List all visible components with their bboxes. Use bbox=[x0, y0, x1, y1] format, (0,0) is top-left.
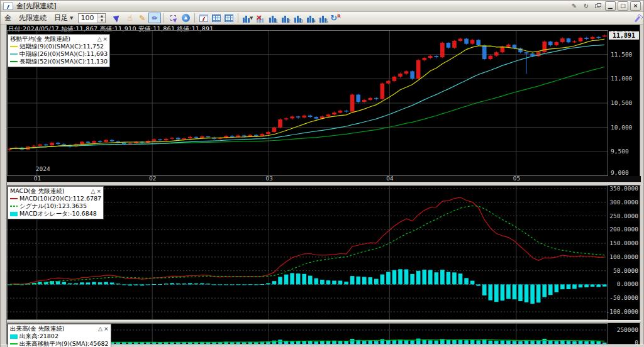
cursor-icon bbox=[113, 13, 122, 22]
svg-text:50.0000: 50.0000 bbox=[613, 267, 638, 274]
app-window: 金[先限連続] ✎ ↻ ▁ □ × 金 先限連続 日足▼ 100 ▲▼ ☝ ✎ … bbox=[0, 0, 644, 347]
svg-text:11,000: 11,000 bbox=[611, 75, 633, 82]
x-axis-label: 01 bbox=[34, 175, 41, 182]
legend-row: 出来高移動平均(9)(SMA):45682 bbox=[10, 340, 109, 347]
chart-window-button[interactable] bbox=[197, 13, 210, 23]
legend-close-icon[interactable]: × bbox=[97, 187, 102, 195]
bar-chart-icon: 2 bbox=[280, 14, 290, 23]
spin-up-icon[interactable]: ▲ bbox=[98, 14, 105, 18]
layout-4-button[interactable]: 4 bbox=[304, 13, 316, 23]
feather-icon[interactable]: ✎ bbox=[569, 2, 579, 11]
legend-row: シグナル(10):123.3635 bbox=[10, 202, 101, 210]
x-axis-label: 05 bbox=[513, 175, 520, 182]
legend-row: 長期線(52)(0)(SMA)(C):11,130 bbox=[10, 58, 108, 65]
legend-collapse-icon[interactable]: △ bbox=[98, 325, 103, 333]
svg-text:-100.0000: -100.0000 bbox=[606, 308, 639, 315]
chevron-down-icon: ▼ bbox=[250, 16, 253, 21]
remove-indicator-button[interactable]: × bbox=[253, 13, 266, 23]
legend-close-icon[interactable]: × bbox=[104, 325, 109, 333]
layout-5-button[interactable]: 5 bbox=[316, 13, 329, 23]
legend-collapse-icon[interactable]: △ bbox=[97, 35, 102, 43]
quote-table-button[interactable] bbox=[210, 13, 223, 23]
chart-window-icon bbox=[199, 14, 208, 22]
volume-legend-title: 出来高(金 先限連続) bbox=[10, 325, 64, 333]
svg-text:350.0000: 350.0000 bbox=[609, 185, 638, 192]
x-axis-label: 03 bbox=[265, 175, 272, 182]
svg-text:11,891: 11,891 bbox=[613, 32, 635, 39]
legend-row: 出来高:21802 bbox=[10, 333, 109, 340]
svg-text:9,000: 9,000 bbox=[611, 169, 629, 176]
svg-text:200.0000: 200.0000 bbox=[609, 226, 638, 233]
windows-icon[interactable] bbox=[593, 2, 603, 11]
layout-1-button[interactable]: 1 bbox=[266, 13, 279, 23]
grid-icon bbox=[225, 14, 233, 22]
legend-close-icon[interactable]: × bbox=[103, 35, 108, 43]
table-icon bbox=[212, 14, 221, 22]
maximize-button[interactable]: □ bbox=[618, 1, 628, 11]
x-axis-label: 04 bbox=[386, 175, 393, 182]
refresh-icon: ↻R bbox=[330, 13, 340, 23]
legend-row: MACD(10)(20)(C):112.6787 bbox=[10, 195, 101, 202]
rotate-icon[interactable]: ↻ bbox=[581, 2, 591, 11]
pencil-icon: ✎ bbox=[139, 14, 145, 23]
chart-type-dropdown[interactable]: ▼ bbox=[241, 13, 253, 23]
layout-3-button[interactable]: 3 bbox=[291, 13, 304, 23]
contract-label: 先限連続 bbox=[19, 13, 47, 23]
select-region-button[interactable] bbox=[167, 13, 179, 23]
chart-area[interactable]: 日付:2024/05/17 始値:11,867 高値:11,910 安値:11,… bbox=[6, 25, 640, 344]
legend-row: 中期線(26)(0)(SMA)(C):11,693 bbox=[10, 50, 108, 58]
bar-count-stepper[interactable]: 100 ▲▼ bbox=[78, 13, 106, 23]
macd-legend-title: MACD(金 先限連続) bbox=[10, 187, 64, 195]
legend-row: MACDオシレータ:-10.6848 bbox=[10, 210, 101, 218]
svg-text:2024: 2024 bbox=[36, 165, 50, 172]
x-axis-label: 02 bbox=[149, 175, 156, 182]
svg-text:10,500: 10,500 bbox=[611, 99, 633, 106]
red-x-icon: × bbox=[255, 13, 262, 22]
layout-2-button[interactable]: 2 bbox=[279, 13, 291, 23]
timeframe-dropdown[interactable]: 日足▼ bbox=[54, 13, 73, 23]
bar-chart-icon bbox=[242, 14, 250, 23]
volume-legend: 出来高(金 先限連続) △ × 出来高:21802 出来高移動平均(9)(SMA… bbox=[8, 324, 111, 347]
grid-view-button[interactable] bbox=[223, 13, 235, 23]
legend-row: 短期線(9)(0)(SMA)(C):11,752 bbox=[10, 43, 108, 50]
ma-legend-title: 移動平均(金 先限連続) bbox=[10, 35, 70, 43]
pan-tool-button[interactable]: ☝ bbox=[123, 13, 136, 23]
svg-text:150.0000: 150.0000 bbox=[609, 240, 638, 246]
zoom-circle-icon: ▲ bbox=[182, 14, 190, 22]
draw-tool-button[interactable]: ✏ bbox=[148, 13, 161, 23]
macd-legend: MACD(金 先限連続) △ × MACD(10)(20)(C):112.678… bbox=[8, 186, 104, 219]
hand-icon: ☝ bbox=[127, 13, 132, 23]
svg-text:100.0000: 100.0000 bbox=[609, 253, 638, 260]
minimize-button[interactable]: ▁ bbox=[605, 1, 616, 11]
zoom-range-button[interactable]: ▲ bbox=[179, 13, 192, 23]
svg-text:11,500: 11,500 bbox=[611, 51, 633, 58]
bar-chart-icon: 5 bbox=[318, 14, 328, 23]
refresh-button[interactable]: ↻R bbox=[329, 13, 341, 23]
app-chart-icon bbox=[3, 3, 13, 10]
symbol-label: 金 bbox=[4, 13, 11, 23]
svg-text:-50.0000: -50.0000 bbox=[609, 294, 638, 301]
bar-chart-icon: 1 bbox=[268, 14, 277, 23]
ma-legend: 移動平均(金 先限連続) △ × 短期線(9)(0)(SMA)(C):11,75… bbox=[8, 34, 110, 67]
svg-text:250.0000: 250.0000 bbox=[609, 212, 638, 219]
pencil-tool-button[interactable]: ✎ bbox=[136, 13, 148, 23]
titlebar[interactable]: 金[先限連続] ✎ ↻ ▁ □ × bbox=[1, 1, 643, 12]
svg-text:250000: 250000 bbox=[617, 326, 639, 333]
svg-text:0.0000: 0.0000 bbox=[617, 280, 639, 287]
legend-collapse-icon[interactable]: △ bbox=[91, 187, 96, 195]
window-title: 金[先限連続] bbox=[16, 1, 57, 11]
svg-text:300.0000: 300.0000 bbox=[609, 199, 638, 206]
pen-icon: ✏ bbox=[152, 14, 158, 23]
close-button[interactable]: × bbox=[630, 1, 641, 11]
bar-chart-icon: 3 bbox=[293, 14, 303, 23]
cursor-tool-button[interactable] bbox=[111, 13, 123, 23]
bar-chart-icon: 4 bbox=[306, 14, 315, 23]
svg-text:10,000: 10,000 bbox=[611, 124, 633, 131]
svg-text:9,500: 9,500 bbox=[611, 148, 629, 155]
chevron-down-icon: ▼ bbox=[70, 16, 73, 21]
spin-down-icon[interactable]: ▼ bbox=[98, 18, 105, 23]
bar-count-value: 100 bbox=[79, 14, 97, 22]
select-box-icon bbox=[170, 15, 176, 21]
x-axis: 0102030405 bbox=[7, 176, 641, 182]
toolbar: 金 先限連続 日足▼ 100 ▲▼ ☝ ✎ ✏ ▲ ▼ × 1 2 3 4 5 … bbox=[1, 12, 643, 25]
